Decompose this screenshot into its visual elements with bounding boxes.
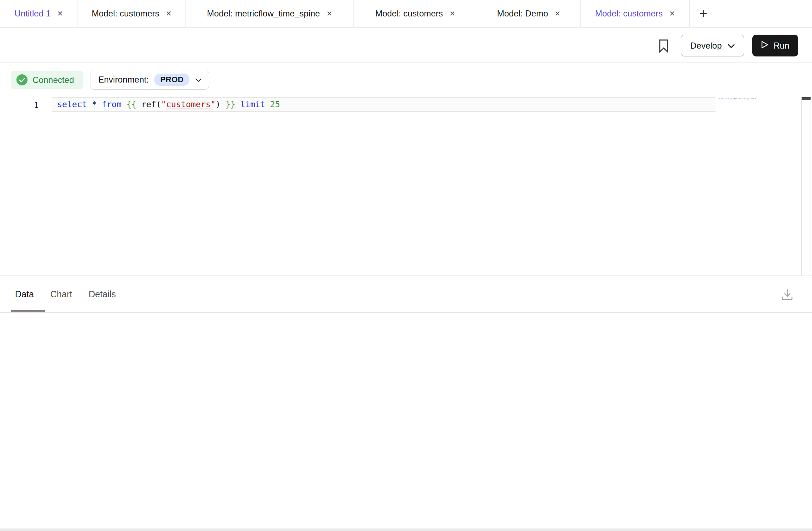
- download-icon[interactable]: [780, 288, 794, 302]
- code-line[interactable]: select * from {{ ref("customers") }} lim…: [57, 98, 280, 111]
- results-empty-state: Input query to run against your warehous…: [0, 313, 812, 528]
- connection-status-badge: Connected: [11, 71, 83, 89]
- code-token: limit: [240, 100, 265, 109]
- code-token: *: [87, 100, 102, 109]
- code-token: [122, 100, 127, 109]
- close-icon[interactable]: ✕: [554, 10, 560, 17]
- close-icon[interactable]: ✕: [166, 10, 172, 17]
- tab-model-metricflow-time-spine[interactable]: Model: metricflow_time_spine ✕: [186, 0, 354, 27]
- run-button[interactable]: Run: [752, 35, 798, 56]
- check-circle-icon: [16, 74, 28, 86]
- close-icon[interactable]: ✕: [449, 10, 455, 17]
- close-icon[interactable]: ✕: [57, 10, 63, 17]
- tab-label: Untitled 1: [14, 9, 50, 19]
- tab-model-customers-3[interactable]: Model: customers ✕: [581, 0, 690, 27]
- environment-label: Environment:: [98, 75, 149, 85]
- new-tab-button[interactable]: +: [690, 0, 717, 27]
- code-token: ": [211, 100, 216, 109]
- close-icon[interactable]: ✕: [669, 10, 675, 17]
- scrollbar-thumb[interactable]: [802, 97, 811, 100]
- code-token: from: [102, 100, 122, 109]
- code-token: select: [57, 100, 87, 109]
- tab-label: Model: customers: [375, 9, 443, 19]
- editor-minimap[interactable]: select * from {{ ref("customers") }} lim…: [718, 98, 757, 100]
- play-icon: [761, 40, 769, 51]
- toolbar: Develop Run: [0, 28, 812, 63]
- tab-label: Model: Demo: [497, 9, 548, 19]
- tab-label: Model: metricflow_time_spine: [207, 9, 320, 19]
- tab-data[interactable]: Data: [15, 289, 34, 299]
- code-token: [265, 100, 270, 109]
- chevron-down-icon: [195, 75, 202, 85]
- chevron-down-icon: [728, 41, 735, 51]
- active-tab-underline: [11, 310, 45, 312]
- status-row: Connected Environment: PROD: [0, 63, 812, 90]
- tab-untitled-1[interactable]: Untitled 1 ✕: [0, 0, 78, 27]
- code-token: }}: [226, 100, 236, 109]
- bottom-edge-strip: [0, 528, 812, 531]
- results-panel-header: Data Chart Details: [0, 276, 812, 313]
- tab-model-demo[interactable]: Model: Demo ✕: [477, 0, 581, 27]
- environment-selector[interactable]: Environment: PROD: [90, 70, 209, 90]
- code-token: [137, 100, 142, 109]
- results-tabs: Data Chart Details: [15, 276, 116, 313]
- code-token: [236, 100, 241, 109]
- plus-icon: +: [699, 6, 707, 21]
- tab-chart[interactable]: Chart: [50, 289, 72, 299]
- environment-value-pill: PROD: [154, 74, 189, 86]
- tab-model-customers-1[interactable]: Model: customers ✕: [78, 0, 186, 27]
- code-token: {{: [127, 100, 137, 109]
- line-number: 1: [31, 99, 41, 112]
- code-token: ): [216, 100, 226, 109]
- code-token: 25: [270, 100, 280, 109]
- develop-dropdown-button[interactable]: Develop: [681, 35, 744, 56]
- editor-scrollbar[interactable]: [801, 97, 811, 276]
- editor-tab-bar: Untitled 1 ✕ Model: customers ✕ Model: m…: [0, 0, 812, 28]
- tab-details[interactable]: Details: [89, 289, 116, 299]
- sql-editor[interactable]: 1 select * from {{ ref("customers") }} l…: [0, 90, 812, 276]
- ref-model-link[interactable]: customers: [166, 100, 211, 109]
- run-label: Run: [773, 41, 789, 51]
- tab-label: Model: customers: [91, 9, 159, 19]
- code-token: ": [161, 100, 166, 109]
- tab-label: Model: customers: [595, 9, 663, 19]
- code-token: ref(: [141, 100, 161, 109]
- bookmark-icon[interactable]: [659, 39, 669, 53]
- develop-label: Develop: [690, 41, 722, 51]
- tab-model-customers-2[interactable]: Model: customers ✕: [354, 0, 477, 27]
- close-icon[interactable]: ✕: [326, 10, 332, 17]
- connected-label: Connected: [33, 75, 74, 85]
